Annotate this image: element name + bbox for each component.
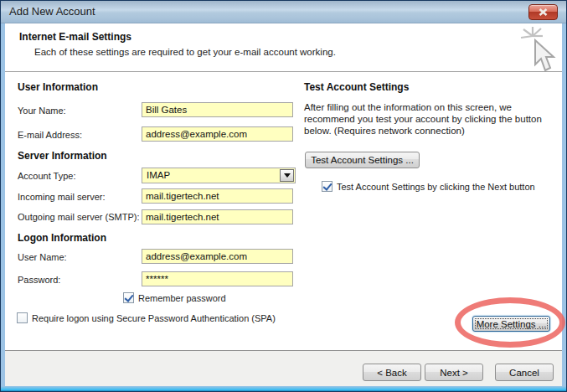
account-type-dropdown[interactable]: IMAP: [142, 168, 296, 183]
outgoing-server-label: Outgoing mail server (SMTP):: [18, 212, 139, 222]
dropdown-arrow-button[interactable]: [280, 169, 294, 182]
logon-information-heading: Logon Information: [18, 232, 106, 244]
email-address-input[interactable]: [142, 126, 293, 142]
account-type-value: IMAP: [147, 170, 170, 180]
click-cursor-icon: [518, 26, 562, 78]
outgoing-server-input[interactable]: [142, 209, 293, 224]
back-button[interactable]: < Back: [363, 364, 421, 381]
page-subtitle: Each of these settings are required to g…: [34, 47, 336, 57]
test-next-checkbox[interactable]: [322, 181, 332, 192]
next-button[interactable]: Next >: [425, 364, 483, 381]
titlebar[interactable]: Add New Account: [1, 1, 566, 23]
header-divider: [5, 71, 562, 72]
close-button[interactable]: [528, 4, 558, 20]
incoming-server-label: Incoming mail server:: [18, 192, 106, 202]
remember-password-checkbox[interactable]: [123, 292, 134, 303]
test-account-settings-heading: Test Account Settings: [304, 81, 409, 93]
test-next-label: Test Account Settings by clicking the Ne…: [337, 182, 535, 192]
incoming-server-input[interactable]: [142, 188, 293, 204]
password-label: Password:: [18, 275, 60, 285]
password-input[interactable]: [142, 271, 293, 286]
more-settings-button[interactable]: More Settings ...: [472, 316, 550, 332]
page-title: Internet E-mail Settings: [19, 31, 131, 43]
remember-password-label: Remember password: [138, 293, 226, 303]
close-icon: [539, 8, 548, 16]
chevron-down-icon: [284, 173, 291, 178]
test-account-description: After filling out the information on thi…: [304, 101, 542, 137]
server-information-heading: Server Information: [18, 150, 107, 162]
account-type-label: Account Type:: [18, 171, 76, 181]
add-new-account-dialog: Add New Account Internet E-mail Settings…: [0, 0, 567, 392]
dialog-body: [5, 23, 562, 387]
email-address-label: E-mail Address:: [18, 130, 82, 140]
user-name-label: User Name:: [18, 252, 67, 262]
spa-checkbox[interactable]: [17, 312, 28, 323]
window-title: Add New Account: [9, 1, 95, 23]
user-information-heading: User Information: [18, 81, 98, 93]
your-name-label: Your Name:: [18, 106, 66, 116]
cancel-button[interactable]: Cancel: [495, 364, 554, 381]
footer-divider: [5, 350, 562, 351]
user-name-input[interactable]: [142, 249, 293, 264]
window-bottom-edge: [1, 386, 566, 391]
spa-label: Require logon using Secure Password Auth…: [32, 313, 276, 323]
your-name-input[interactable]: [142, 102, 293, 117]
test-account-settings-button[interactable]: Test Account Settings ...: [305, 152, 420, 168]
